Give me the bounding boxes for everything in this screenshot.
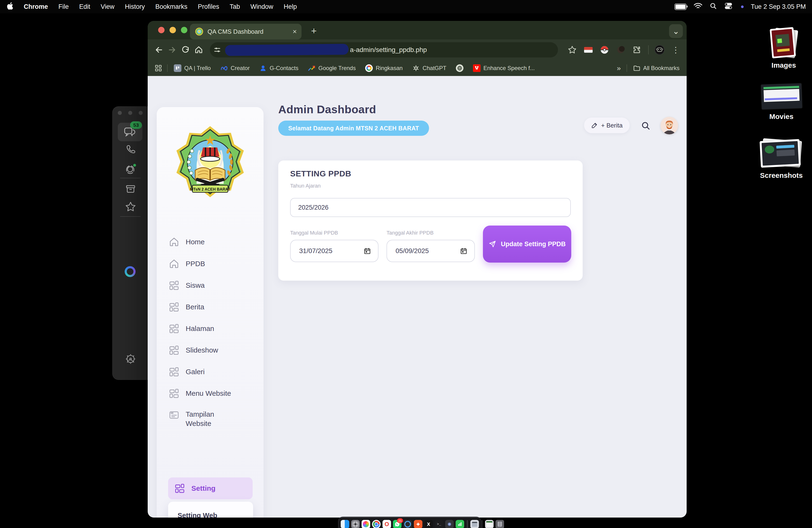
window-zoom-button[interactable] <box>181 27 187 33</box>
add-berita-button[interactable]: + Berita <box>584 118 630 133</box>
bookmark-ringkasan[interactable]: Ringkasan <box>365 64 403 72</box>
tahun-ajaran-input[interactable] <box>290 198 571 217</box>
dock-finder-icon[interactable] <box>341 520 349 528</box>
browser-tab-active[interactable]: QA CMS Dashboard × <box>190 24 302 40</box>
site-settings-icon[interactable] <box>212 44 223 55</box>
dock-trash-icon[interactable] <box>495 520 504 528</box>
sidebar-item-menu-website[interactable]: Menu Website <box>169 388 231 399</box>
chrome-menu-kebab-icon[interactable]: ⋮ <box>670 45 681 55</box>
home-icon <box>169 236 179 247</box>
desktop-icon-images[interactable]: Images <box>759 28 809 69</box>
calendar-icon[interactable] <box>364 247 371 254</box>
tanggal-mulai-label: Tanggal Mulai PPDB <box>290 230 338 236</box>
url-text[interactable]: a-admin/setting_ppdb.php <box>350 46 427 54</box>
home-button[interactable] <box>193 44 204 55</box>
bookmark-globe-icon[interactable] <box>456 64 463 72</box>
window-minimize-button[interactable] <box>128 111 132 115</box>
sidebar-item-galeri[interactable]: Galeri <box>169 366 205 377</box>
forward-button[interactable] <box>167 44 178 55</box>
tanggal-mulai-input[interactable]: 31/07/2025 <box>290 240 378 262</box>
setting-submenu: Setting Web Setting PPDB Ubah Password <box>168 502 253 517</box>
reload-button[interactable] <box>180 44 191 55</box>
bookmark-g-contacts[interactable]: G-Contacts <box>259 64 299 72</box>
bookmark-enhance-speech[interactable]: Enhance Speech f... <box>473 64 535 72</box>
control-center-icon[interactable] <box>724 2 734 11</box>
sidebar-item-halaman[interactable]: Halaman <box>169 323 214 334</box>
extensions-puzzle-icon[interactable] <box>632 45 642 55</box>
bookmark-google-trends[interactable]: Google Trends <box>308 64 356 72</box>
dock-opera-icon[interactable]: O <box>382 520 391 528</box>
submenu-setting-web[interactable]: Setting Web <box>178 512 217 517</box>
whatsapp-archived-tab[interactable] <box>118 185 143 194</box>
sidebar-item-setting-active[interactable]: Setting <box>168 478 252 499</box>
menu-history[interactable]: History <box>125 3 145 11</box>
window-minimize-button[interactable] <box>170 27 176 33</box>
bookmarks-overflow-chevrons[interactable]: » <box>617 64 621 72</box>
whatsapp-starred-tab[interactable] <box>118 202 143 212</box>
whatsapp-calls-tab[interactable] <box>118 144 143 155</box>
window-close-button[interactable] <box>158 27 164 33</box>
dock-terminal-icon[interactable]: >_ <box>435 520 443 528</box>
apps-grid-icon[interactable] <box>155 64 162 72</box>
menu-tab[interactable]: Tab <box>230 3 240 11</box>
menu-view[interactable]: View <box>101 3 114 11</box>
sidebar-item-home[interactable]: Home <box>169 236 205 247</box>
wifi-icon[interactable] <box>694 3 702 11</box>
sidebar-item-tampilan-website[interactable]: Tampilan Website <box>169 410 231 428</box>
dock-capcut-icon[interactable]: X <box>424 520 433 528</box>
menu-chrome[interactable]: Chrome <box>24 3 48 11</box>
dock-quicktime-icon[interactable] <box>403 520 412 528</box>
update-setting-ppdb-button[interactable]: Update Setting PPDB <box>483 225 571 263</box>
tanggal-akhir-input[interactable]: 05/09/2025 <box>387 240 475 262</box>
dock-photos-icon[interactable] <box>362 520 370 528</box>
desktop-icon-screenshots[interactable]: Screenshots <box>756 139 806 179</box>
battery-icon[interactable] <box>675 3 686 10</box>
extension-pokeball-icon[interactable] <box>599 45 610 55</box>
url-bar[interactable]: a-admin/setting_ppdb.php <box>210 42 558 57</box>
dock-divider <box>467 520 467 528</box>
back-button[interactable] <box>154 44 164 55</box>
header-search-button[interactable] <box>641 121 651 131</box>
menu-bookmarks[interactable]: Bookmarks <box>155 3 187 11</box>
extension-moon-icon[interactable] <box>615 45 626 55</box>
dock-folder-item-icon[interactable] <box>470 520 479 528</box>
dock-photo-booth-icon[interactable] <box>445 520 454 528</box>
bookmark-creator[interactable]: Creator <box>220 64 250 72</box>
profile-avatar-icon[interactable] <box>654 45 665 55</box>
new-tab-button[interactable]: + <box>307 24 320 38</box>
extension-indonesia-flag-icon[interactable] <box>583 45 594 55</box>
meta-ai-button[interactable] <box>125 266 135 277</box>
page-viewport: MTsN 2 ACEH BARAT Home PPDB Siswa <box>148 76 687 517</box>
menu-file[interactable]: File <box>58 3 69 11</box>
menu-bar-clock[interactable]: Tue 2 Sep 3.05 PM <box>751 3 806 11</box>
whatsapp-status-tab[interactable] <box>118 163 143 175</box>
menu-profiles[interactable]: Profiles <box>198 3 219 11</box>
sidebar-item-siswa[interactable]: Siswa <box>169 280 205 291</box>
dock-system-settings-icon[interactable] <box>351 520 360 528</box>
sidebar-item-berita[interactable]: Berita <box>169 302 204 312</box>
dock-minimized-window-icon[interactable] <box>485 520 494 528</box>
bookmark-chatgpt[interactable]: ChatGPT <box>412 64 446 72</box>
bookmark-star-icon[interactable] <box>567 45 577 55</box>
spotlight-search-icon[interactable] <box>710 2 717 11</box>
menu-window[interactable]: Window <box>250 3 273 11</box>
all-bookmarks-folder[interactable]: All Bookmarks <box>633 65 680 72</box>
user-avatar[interactable] <box>661 117 678 134</box>
sidebar-item-slideshow[interactable]: Slideshow <box>169 345 218 356</box>
apple-menu-icon[interactable] <box>7 2 13 11</box>
whatsapp-settings-button[interactable] <box>118 353 143 364</box>
dock-whatsapp-icon[interactable]: 21 <box>393 520 402 528</box>
tab-search-button[interactable]: ⌄ <box>669 24 683 38</box>
desktop-icon-movies[interactable]: Movies <box>756 84 806 121</box>
window-zoom-button[interactable] <box>139 111 143 115</box>
window-close-button[interactable] <box>118 111 122 115</box>
bookmark-trello[interactable]: QA | Trello <box>174 64 211 72</box>
menu-help[interactable]: Help <box>284 3 297 11</box>
dock-chart-app-icon[interactable] <box>455 520 464 528</box>
menu-edit[interactable]: Edit <box>79 3 90 11</box>
dock-orange-app-icon[interactable] <box>414 520 422 528</box>
sidebar-item-ppdb[interactable]: PPDB <box>169 258 205 269</box>
tab-close-icon[interactable]: × <box>292 28 297 35</box>
calendar-icon[interactable] <box>460 247 467 254</box>
dock-chrome-icon[interactable] <box>372 520 381 528</box>
